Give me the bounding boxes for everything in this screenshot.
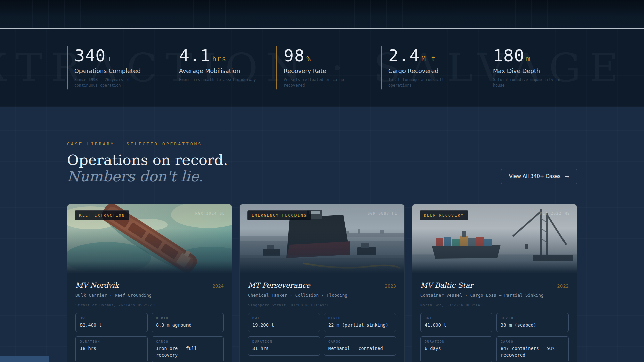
spec-grid: DWT 82,400 t DEPTH 8.3 m aground DURATIO… bbox=[75, 313, 224, 362]
spec-value: 18 hrs bbox=[80, 345, 143, 352]
photo-code-watermark: RET-2022-MS bbox=[540, 211, 570, 216]
arrow-right-icon: → bbox=[565, 173, 569, 180]
spec-depth: DEPTH 8.3 m aground bbox=[152, 313, 224, 333]
photo-code-watermark: RGX-1024-SE bbox=[195, 211, 225, 216]
stat-label: Average Mobilisation bbox=[179, 68, 270, 74]
case-card-body: MV Nordvik 2024 Bulk Carrier · Reef Grou… bbox=[67, 273, 232, 362]
spec-cargo: CARGO Methanol — contained bbox=[324, 336, 396, 356]
spec-grid: DWT 41,000 t DEPTH 38 m (seabed) DURATIO… bbox=[420, 313, 569, 362]
spec-value: Iron ore — full recovery bbox=[156, 345, 219, 358]
stat-label: Cargo Recovered bbox=[388, 68, 480, 74]
stat-suffix: hrs bbox=[212, 55, 227, 63]
case-year: 2024 bbox=[212, 283, 224, 289]
vessel-type: Container Vessel · Cargo Loss — Partial … bbox=[420, 293, 569, 298]
case-tag-badge: DEEP RECOVERY bbox=[420, 210, 468, 220]
case-location: North Sea, 53°22'N 003°14'E bbox=[420, 303, 569, 307]
section-heading-block: CASE LIBRARY — SELECTED OPERATIONS Opera… bbox=[67, 141, 228, 185]
bottom-left-partial-element bbox=[0, 356, 49, 362]
stat-label: Max Dive Depth bbox=[493, 68, 584, 74]
case-photo-reef-grounding: REEF EXTRACTION RGX-1024-SE bbox=[67, 204, 232, 273]
spec-value: 41,000 t bbox=[425, 322, 488, 329]
section-title-line1: Operations on record. bbox=[67, 152, 228, 168]
spec-label: CARGO bbox=[156, 340, 219, 343]
vessel-name: MV Baltic Star bbox=[420, 281, 473, 289]
case-library-section: CASE LIBRARY — SELECTED OPERATIONS Opera… bbox=[0, 107, 644, 362]
stat-sublabel: From first call to asset underway bbox=[179, 77, 256, 83]
spec-label: CARGO bbox=[501, 340, 564, 343]
vessel-type: Chemical Tanker · Collision / Flooding bbox=[248, 293, 396, 298]
spec-label: DURATION bbox=[80, 340, 143, 343]
spec-value: 82,400 t bbox=[80, 322, 143, 329]
spec-cargo: CARGO Iron ore — full recovery bbox=[152, 336, 224, 362]
case-photo-deep-recovery: DEEP RECOVERY RET-2022-MS bbox=[412, 204, 577, 273]
stat-value: 2.4 bbox=[388, 47, 420, 64]
stat-sublabel: Since 1998 — 26 years of continuous oper… bbox=[74, 77, 152, 89]
case-card-mv-baltic-star[interactable]: DEEP RECOVERY RET-2022-MS MV Baltic Star… bbox=[412, 204, 577, 362]
spec-label: DWT bbox=[425, 316, 488, 320]
case-tag-badge: REEF EXTRACTION bbox=[75, 210, 129, 220]
stat-max-dive-depth: 180 m Max Dive Depth Saturation dive cap… bbox=[486, 46, 590, 89]
stat-suffix: + bbox=[107, 55, 112, 63]
view-all-label: View All 340+ Cases bbox=[509, 173, 560, 179]
section-eyebrow: CASE LIBRARY — SELECTED OPERATIONS bbox=[67, 141, 228, 146]
grid-pattern bbox=[0, 0, 644, 28]
spec-depth: DEPTH 38 m (seabed) bbox=[496, 313, 569, 333]
spec-dwt: DWT 41,000 t bbox=[420, 313, 492, 333]
stat-suffix: M t bbox=[421, 55, 436, 63]
spec-label: CARGO bbox=[328, 340, 392, 343]
stat-suffix: % bbox=[306, 55, 311, 63]
case-year: 2023 bbox=[385, 283, 396, 289]
stat-value: 180 bbox=[493, 47, 524, 64]
top-header-band bbox=[0, 0, 644, 29]
case-location: Strait of Hormuz, 26°14'N 056°22'E bbox=[75, 303, 224, 307]
stat-suffix: m bbox=[526, 55, 531, 63]
case-card-body: MV Baltic Star 2022 Container Vessel · C… bbox=[412, 273, 577, 362]
vessel-name: MT Perseverance bbox=[248, 281, 310, 289]
spec-dwt: DWT 19,200 t bbox=[248, 313, 320, 333]
spec-cargo: CARGO 847 containers — 91% recovered bbox=[496, 336, 569, 362]
spec-label: DEPTH bbox=[156, 316, 219, 320]
spec-value: 8.3 m aground bbox=[156, 322, 219, 329]
spec-grid: DWT 19,200 t DEPTH 22 m (partial sinking… bbox=[248, 313, 396, 356]
stat-sublabel: Saturation dive capability in-house bbox=[493, 77, 570, 89]
spec-label: DWT bbox=[80, 316, 143, 320]
spec-value: Methanol — contained bbox=[328, 345, 392, 352]
stats-section: EXTRACTION · SALVAGE · TOWING 340 + Oper… bbox=[0, 29, 644, 107]
spec-value: 19,200 t bbox=[252, 322, 316, 329]
stats-row: 340 + Operations Completed Since 1998 — … bbox=[67, 46, 590, 89]
case-card-mv-nordvik[interactable]: REEF EXTRACTION RGX-1024-SE MV Nordvik 2… bbox=[67, 204, 232, 362]
spec-value: 31 hrs bbox=[252, 345, 316, 352]
spec-value: 6 days bbox=[425, 345, 488, 352]
stat-label: Recovery Rate bbox=[284, 68, 375, 74]
photo-code-watermark: SGP-0887-FL bbox=[368, 211, 397, 216]
spec-duration: DURATION 6 days bbox=[420, 336, 492, 362]
spec-value: 847 containers — 91% recovered bbox=[501, 345, 564, 358]
spec-duration: DURATION 18 hrs bbox=[75, 336, 148, 362]
stat-operations-completed: 340 + Operations Completed Since 1998 — … bbox=[67, 46, 172, 89]
spec-label: DURATION bbox=[252, 340, 316, 343]
stat-value: 98 bbox=[284, 47, 305, 64]
stat-sublabel: Vessels refloated or cargo recovered bbox=[284, 77, 361, 89]
spec-label: DURATION bbox=[425, 340, 488, 343]
view-all-cases-button[interactable]: View All 340+ Cases → bbox=[501, 169, 577, 184]
case-card-mt-perseverance[interactable]: EMERGENCY FLOODING SGP-0887-FL MT Persev… bbox=[239, 204, 405, 362]
spec-value: 38 m (seabed) bbox=[501, 322, 564, 329]
spec-duration: DURATION 31 hrs bbox=[248, 336, 320, 356]
stat-cargo-recovered: 2.4 M t Cargo Recovered Total tonnage ac… bbox=[381, 46, 486, 89]
spec-label: DEPTH bbox=[328, 316, 392, 320]
stat-value: 340 bbox=[74, 47, 106, 64]
stat-label: Operations Completed bbox=[74, 68, 166, 74]
stat-average-mobilisation: 4.1 hrs Average Mobilisation From first … bbox=[172, 46, 276, 89]
case-tag-badge: EMERGENCY FLOODING bbox=[247, 210, 311, 220]
case-card-grid: REEF EXTRACTION RGX-1024-SE MV Nordvik 2… bbox=[67, 204, 577, 362]
spec-depth: DEPTH 22 m (partial sinking) bbox=[324, 313, 396, 333]
spec-label: DWT bbox=[252, 316, 316, 320]
spec-dwt: DWT 82,400 t bbox=[75, 313, 148, 333]
case-card-body: MT Perseverance 2023 Chemical Tanker · C… bbox=[240, 273, 404, 362]
vessel-type: Bulk Carrier · Reef Grounding bbox=[75, 293, 224, 298]
stat-recovery-rate: 98 % Recovery Rate Vessels refloated or … bbox=[276, 46, 381, 89]
stat-sublabel: Total tonnage across all operations bbox=[388, 77, 466, 89]
section-title-line2: Numbers don't lie. bbox=[67, 168, 228, 185]
vessel-name: MV Nordvik bbox=[75, 281, 119, 289]
stat-value: 4.1 bbox=[179, 47, 210, 64]
